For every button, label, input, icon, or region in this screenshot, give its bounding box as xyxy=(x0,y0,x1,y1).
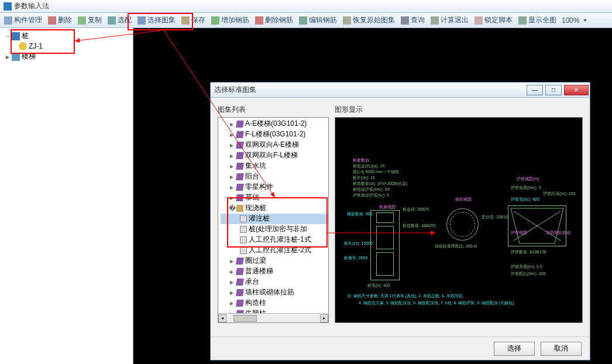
cancel-button[interactable]: 取消 xyxy=(541,342,582,356)
restore-icon xyxy=(343,16,351,25)
preview-canvas: 桩参数值: 桩筋直径(zjzj): 25 箍(Ld) 9200 mm一个钢筋 桩… xyxy=(335,117,583,323)
list-item[interactable]: ▸双网双向A-E楼梯 xyxy=(221,140,328,150)
doc-icon xyxy=(4,16,12,25)
list-item[interactable]: ▸零星构件 xyxy=(221,182,328,193)
maximize-button[interactable]: □ xyxy=(545,85,562,95)
select-button[interactable]: 选择 xyxy=(494,342,535,356)
list-item[interactable]: ▸基础 xyxy=(221,193,328,203)
edit-icon xyxy=(299,16,307,25)
expand-icon[interactable]: ▸ xyxy=(5,53,11,61)
calc-icon xyxy=(431,16,439,25)
list-item[interactable]: 桩(处理加密与非加 xyxy=(221,224,328,235)
app-icon xyxy=(4,2,12,11)
list-item[interactable]: ▸F-L楼梯(03G101-2) xyxy=(221,129,328,140)
book-icon xyxy=(236,184,244,191)
chevron-down-icon[interactable] xyxy=(583,19,587,22)
dialog-titlebar: 选择标准图集 — □ ✕ xyxy=(211,83,590,98)
list-item[interactable]: ▸墙柱或砌体拉筋 xyxy=(221,287,328,298)
book-icon xyxy=(236,163,244,170)
page-icon xyxy=(240,236,247,243)
tree-node-stair[interactable]: ▸ 楼梯 xyxy=(2,51,130,62)
del-rebar-button[interactable]: 删除钢筋 xyxy=(252,14,296,26)
window-title: 参数输入法 xyxy=(14,1,49,11)
list-item-open[interactable]: �ə现浇桩 xyxy=(221,203,328,214)
select-atlas-button[interactable]: 选择图集 xyxy=(135,14,178,26)
preview-label: 图形显示 xyxy=(335,105,583,115)
book-icon xyxy=(236,131,244,138)
list-item[interactable]: ▸A-E楼梯(03G101-2) xyxy=(221,119,328,129)
restore-button[interactable]: 恢复原始图集 xyxy=(340,14,398,26)
book-icon xyxy=(236,152,244,159)
minimize-button[interactable]: — xyxy=(527,85,543,95)
gear-icon xyxy=(108,16,116,25)
list-item[interactable]: ▸构造柱 xyxy=(221,298,328,308)
plus-icon xyxy=(211,16,219,25)
save-button[interactable]: 保存 xyxy=(178,14,208,26)
list-item[interactable]: ▸普通楼梯 xyxy=(221,266,328,277)
config-button[interactable]: 选配 xyxy=(105,14,135,26)
pile-icon xyxy=(12,32,20,40)
collapse-icon[interactable]: − xyxy=(5,32,11,40)
add-rebar-button[interactable]: 增加钢筋 xyxy=(208,14,252,26)
book-icon xyxy=(236,173,244,180)
minus-icon xyxy=(255,16,263,25)
edit-rebar-button[interactable]: 编辑钢筋 xyxy=(296,14,340,26)
tree-node-pile[interactable]: − 桩 xyxy=(2,30,130,42)
zoom-value: 100% xyxy=(559,16,582,25)
book-icon xyxy=(236,142,244,149)
book-icon xyxy=(236,194,244,201)
atlas-list: ▸A-E楼梯(03G101-2) ▸F-L楼梯(03G101-2) ▸双网双向A… xyxy=(218,117,329,323)
book-icon xyxy=(236,300,244,307)
calc-button[interactable]: 计算退出 xyxy=(428,14,472,26)
query-button[interactable]: 查询 xyxy=(398,14,428,26)
sidebar-tree: − 桩 ZJ-1 ▸ 楼梯 xyxy=(0,28,133,364)
tree-node-zj1[interactable]: ZJ-1 xyxy=(2,42,130,51)
dialog-title: 选择标准图集 xyxy=(214,85,525,95)
list-item-selected[interactable]: 灌注桩 xyxy=(221,214,328,224)
select-atlas-dialog: 选择标准图集 — □ ✕ 图集列表 ▸A-E楼梯(03G101-2) ▸F-L楼… xyxy=(210,82,590,360)
copy-icon xyxy=(78,16,86,25)
delete-button[interactable]: 删除 xyxy=(45,14,75,26)
list-item[interactable]: ▸集水坑 xyxy=(221,161,328,171)
book-icon xyxy=(236,289,244,296)
main-titlebar: 参数输入法 xyxy=(0,0,612,13)
lock-icon xyxy=(475,16,483,25)
page-icon xyxy=(240,215,247,222)
list-item[interactable]: 人工挖孔灌注桩-2式 xyxy=(221,245,328,256)
book-icon xyxy=(236,257,244,265)
close-button[interactable]: ✕ xyxy=(564,85,589,95)
page-icon xyxy=(240,226,247,233)
list-item[interactable]: ▸承台 xyxy=(221,277,328,287)
scroll-left-icon[interactable]: ◂ xyxy=(218,314,226,322)
stair-icon xyxy=(12,53,20,61)
main-toolbar: 构件管理 删除 复制 选配 选择图集 保存 增加钢筋 删除钢筋 编辑钢筋 恢复原… xyxy=(0,13,612,28)
copy-button[interactable]: 复制 xyxy=(75,14,105,26)
list-item[interactable]: 人工挖孔灌注桩-1式 xyxy=(221,235,328,245)
scrollbar-thumb[interactable] xyxy=(233,315,257,322)
manage-button[interactable]: 构件管理 xyxy=(1,14,45,26)
zoom-icon xyxy=(518,16,527,25)
dialog-footer: 选择 取消 xyxy=(211,336,590,360)
x-icon xyxy=(48,16,56,25)
search-icon xyxy=(401,16,409,25)
star-icon xyxy=(19,42,27,50)
select-icon xyxy=(137,16,146,25)
open-book-icon xyxy=(236,205,243,212)
showall-button[interactable]: 显示全图 xyxy=(515,14,559,26)
save-icon xyxy=(181,16,190,25)
list-item[interactable]: ▸阳台 xyxy=(221,171,328,182)
list-item[interactable]: ▸圈过梁 xyxy=(221,256,328,266)
book-icon xyxy=(236,268,244,275)
horizontal-scrollbar[interactable]: ◂ ▸ xyxy=(218,313,328,322)
page-icon xyxy=(240,247,247,254)
book-icon xyxy=(236,121,244,128)
list-label: 图集列表 xyxy=(218,105,329,115)
book-icon xyxy=(236,279,244,286)
list-item[interactable]: ▸双网双向F-L楼梯 xyxy=(221,150,328,161)
lock-button[interactable]: 锁定脚本 xyxy=(472,14,515,26)
scroll-right-icon[interactable]: ▸ xyxy=(320,314,328,322)
